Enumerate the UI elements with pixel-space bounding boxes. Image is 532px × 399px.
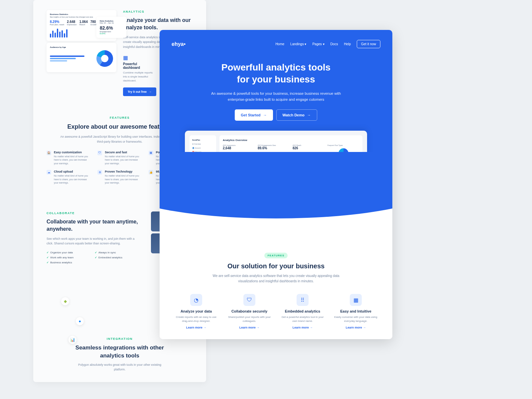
features-pill: FEATURES — [264, 253, 288, 258]
solution-item: ◔ Analyze your data Create reports with … — [173, 294, 219, 329]
feature-item: ☁Cloud uploadNo matter what kind of home… — [47, 170, 91, 185]
nav-docs[interactable]: Docs — [331, 42, 338, 46]
collab-title: Collaborate with your team anytime, anyw… — [47, 218, 141, 233]
analytics-title: Analyze your data with our analyze tools… — [123, 17, 193, 32]
analytics-eyebrow: ANALYTICS — [123, 10, 193, 13]
nav-pages[interactable]: Pages ▾ — [312, 42, 324, 46]
hero-title: Powerfull analytics toolsfor your busine… — [172, 62, 380, 86]
nav-help[interactable]: Help — [344, 42, 351, 46]
watch-demo-button[interactable]: Watch Demo→ — [276, 109, 317, 121]
feature-item: 🛡Secure and fastNo matter what kind of h… — [97, 151, 142, 166]
integration-title: Seamless integrations with other analyti… — [73, 344, 166, 360]
dashboard-icon: ▦ — [123, 55, 153, 61]
integration-desc: Polygon absolutely works great with tool… — [73, 362, 166, 372]
get-started-button[interactable]: Get Started→ — [235, 109, 273, 121]
check-item: Always in sync — [95, 251, 141, 254]
pie-chart-icon: ◔ — [190, 294, 202, 306]
learn-more-link[interactable]: Learn more → — [279, 326, 326, 329]
cloud-icon: ☁ — [47, 170, 51, 175]
nav-home[interactable]: Home — [275, 42, 284, 46]
nav-landings[interactable]: Landings ▾ — [290, 42, 306, 46]
shopify-icon: ◆ — [61, 297, 69, 305]
feature-desc: Combine multiple reports into a single b… — [123, 71, 153, 83]
arrow-right-icon: → — [307, 113, 311, 117]
get-it-now-button[interactable]: Get it now — [357, 40, 380, 48]
top-nav: ehya• Home Landings ▾ Pages ▾ Docs Help … — [172, 40, 380, 48]
solutions-desc: We are self-service data analytics softw… — [206, 273, 346, 284]
feature-item: ⚙Proven TechnologyNo matter what kind of… — [97, 170, 142, 185]
shield-icon: 🛡 — [97, 151, 102, 155]
learn-more-link[interactable]: Learn more → — [332, 326, 379, 329]
thumbs-up-icon: 👍 — [149, 170, 153, 175]
chevron-down-icon: ▾ — [323, 42, 325, 46]
chevron-down-icon: ▾ — [305, 42, 306, 46]
solution-item: 🛡 Collaborate securely Share/publish you… — [226, 294, 273, 329]
collab-desc: See which work apps your team is working… — [47, 236, 141, 246]
try-it-button[interactable]: Try it out free→ — [123, 87, 156, 96]
solution-item: ⠿ Embedded analytics Get a powerful anal… — [279, 294, 326, 329]
dots-grid-icon: ⠿ — [297, 294, 309, 306]
audience-card: Audience by Age — [47, 43, 116, 72]
grid-icon: ▦ — [149, 151, 153, 155]
check-item: Embedded analytics — [95, 256, 141, 259]
squares-icon: ▦ — [350, 294, 362, 306]
engagement-card: Data Analytics Mar 24 – Apr 21 82.6% Eng… — [96, 17, 126, 38]
solutions-section: FEATURES Our solution for your business … — [160, 232, 392, 339]
hero-description: An awesome & powefull tools for your bus… — [203, 90, 349, 103]
collab-eyebrow: COLLABORATE — [47, 211, 141, 215]
arrow-right-icon: → — [263, 113, 267, 117]
learn-more-link[interactable]: Learn more → — [226, 326, 273, 329]
logo[interactable]: ehya• — [172, 41, 186, 47]
home-icon: 🏠 — [47, 151, 51, 155]
feature-item: 🏠Easy customizationNo matter what kind o… — [47, 151, 91, 166]
feature-title: Powerful dashboard — [123, 62, 153, 69]
gear-icon: ⚙ — [97, 170, 102, 175]
right-landing-page: ehya• Home Landings ▾ Pages ▾ Docs Help … — [160, 30, 392, 339]
analytics-icon: 📊 — [68, 336, 76, 344]
check-item: Organize your data — [47, 251, 93, 254]
solution-item: ▦ Easy and Intuitive Easily converse wit… — [332, 294, 379, 329]
shield-check-icon: 🛡 — [243, 294, 255, 306]
learn-more-link[interactable]: Learn more → — [173, 326, 219, 329]
arrow-right-icon: → — [149, 90, 152, 93]
digitalocean-icon: ● — [76, 317, 84, 325]
donut-chart-icon — [96, 50, 113, 67]
check-item: Work with any team — [47, 256, 93, 259]
hero-curve — [160, 205, 392, 232]
check-item: Business analytics — [47, 261, 93, 264]
dashboard-title: Analytics Overview — [223, 139, 359, 142]
solutions-title: Our solution for your business — [173, 262, 379, 270]
